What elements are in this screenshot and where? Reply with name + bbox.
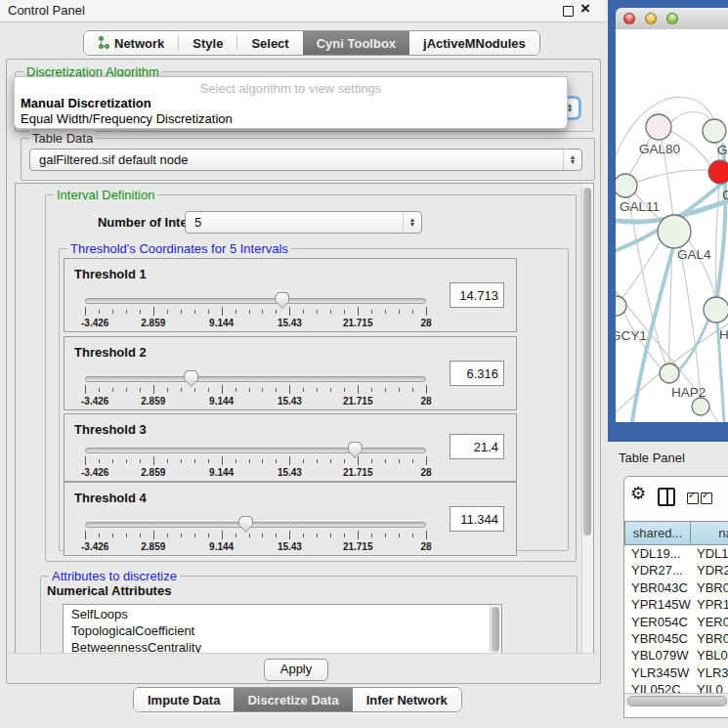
float-window-icon[interactable] [563, 6, 574, 17]
node-gal80 [646, 114, 671, 140]
table-row[interactable]: YBR045CYBR0 [624, 630, 728, 647]
threshold-3-slider[interactable]: -3.426 2.859 9.144 15.43 21.715 28 [85, 448, 426, 481]
checkbox-icon[interactable]: ✓ [701, 492, 712, 504]
columns-icon[interactable] [658, 488, 675, 506]
threshold-2-label: Threshold 2 [74, 345, 147, 360]
minimize-traffic-light-icon[interactable] [645, 13, 657, 24]
threshold-2-panel: Threshold 2 -3.426 2.859 9.144 15.43 21.… [64, 336, 517, 410]
table-row[interactable]: YDL19...YDL1 [624, 545, 728, 562]
table-data-group: Table Data galFiltered.sif default node … [21, 138, 595, 181]
slider-thumb[interactable] [238, 516, 253, 533]
popup-item-equal-width-frequency[interactable]: Equal Width/Frequency Discretization [21, 111, 233, 126]
slider-track[interactable] [85, 522, 426, 528]
threshold-4-slider[interactable]: -3.426 2.859 9.144 15.43 21.715 28 [85, 522, 426, 555]
table-data-title: Table Data [29, 131, 96, 146]
horizontal-scrollbar[interactable] [624, 693, 728, 707]
threshold-1-panel: Threshold 1 -3.426 2.859 9.144 15.43 21.… [64, 258, 517, 332]
vertical-scrollbar[interactable] [581, 184, 593, 655]
table-row[interactable]: YER054CYER0 [624, 614, 728, 630]
thresholds-group-title: Threshold's Coordinates for 5 Intervals [67, 241, 291, 256]
scrollbar-thumb[interactable] [492, 607, 499, 652]
table-row[interactable]: YDR27...YDR2 [624, 562, 728, 578]
popup-item-manual-discretization[interactable]: Manual Discretization [21, 96, 151, 110]
slider-thumb[interactable] [275, 292, 289, 309]
table-panel: ⚙ ✓ ✓ shared... na YDL19...YDL1 YDR27...… [623, 476, 728, 718]
combo-stepper-icon[interactable]: ▴▾ [563, 150, 581, 170]
table-panel-title: Table Panel [619, 450, 685, 465]
threshold-3-panel: Threshold 3 -3.426 2.859 9.144 15.43 21.… [64, 413, 517, 482]
apply-button[interactable]: Apply [264, 659, 328, 681]
threshold-4-label: Threshold 4 [74, 491, 147, 505]
network-window-titlebar[interactable] [616, 8, 728, 30]
table-row[interactable]: YBR043CYBR0 [624, 579, 728, 596]
network-icon [98, 36, 109, 50]
slider-tick-labels: -3.426 2.859 9.144 15.43 21.715 28 [85, 318, 426, 329]
slider-tick-labels: -3.426 2.859 9.144 15.43 21.715 28 [85, 541, 426, 553]
node-label: GAL80 [639, 142, 680, 156]
attributes-group: Attributes to discretize Numerical Attri… [40, 576, 578, 654]
threshold-4-panel: Threshold 4 -3.426 2.859 9.144 15.43 21.… [64, 482, 517, 556]
threshold-3-value-field[interactable]: 21.4 [450, 434, 504, 459]
zoom-traffic-light-icon[interactable] [666, 13, 678, 24]
scrollbar-thumb[interactable] [583, 188, 591, 535]
tab-infer-network[interactable]: Infer Network [353, 688, 461, 711]
popup-placeholder: Select algorithm to view settings [15, 81, 567, 96]
tab-discretize-data[interactable]: Discretize Data [234, 688, 352, 711]
threshold-1-slider[interactable]: -3.426 2.859 9.144 15.43 21.715 28 [85, 298, 426, 331]
slider-tick-labels: -3.426 2.859 9.144 15.43 21.715 28 [85, 467, 426, 479]
node-red [708, 160, 728, 184]
node-gal4 [658, 215, 691, 248]
table-header-row: shared... na [624, 521, 728, 545]
column-header-name[interactable]: na [691, 521, 728, 545]
tab-cyni-toolbox[interactable]: Cyni Toolbox [303, 31, 409, 55]
table-row[interactable]: YLR345WYLR3 [624, 664, 728, 681]
threshold-1-label: Threshold 1 [74, 267, 147, 281]
slider-ticks [85, 456, 426, 465]
node-label: GA [717, 143, 728, 157]
tab-style[interactable]: Style [179, 31, 236, 55]
slider-track[interactable] [85, 448, 426, 453]
list-item[interactable]: SelfLoops [71, 607, 128, 621]
table-data-combobox[interactable]: galFiltered.sif default node ▴▾ [29, 149, 582, 171]
slider-track[interactable] [85, 298, 426, 304]
node-label: GAL4 [677, 247, 711, 262]
threshold-3-label: Threshold 3 [74, 422, 147, 437]
slider-track[interactable] [85, 376, 426, 382]
slider-thumb[interactable] [184, 370, 198, 387]
column-header-shared-name[interactable]: shared... [624, 521, 691, 545]
node-hap2 [660, 364, 679, 383]
interval-definition-title: Interval Definition [54, 188, 157, 202]
table-row[interactable]: YIL052CYIL0 [624, 681, 728, 693]
tab-jactivemnodules[interactable]: jActiveMNodules [409, 31, 539, 55]
threshold-1-value-field[interactable]: 14.713 [450, 282, 504, 308]
combo-stepper-icon[interactable]: ▴▾ [403, 212, 421, 233]
table-row[interactable]: YPR145WYPR1 [624, 596, 728, 613]
network-canvas[interactable]: GAL80 GA C GAL11 GAL4 GCY1 H HAP2 [616, 29, 728, 422]
threshold-2-value-field[interactable]: 6.316 [450, 361, 504, 386]
numerical-attributes-list[interactable]: SelfLoops TopologicalCoefficient Between… [63, 604, 502, 657]
slider-thumb[interactable] [348, 442, 363, 458]
node-h [704, 297, 728, 322]
node-label: GCY1 [616, 328, 647, 343]
list-scrollbar[interactable] [490, 605, 501, 656]
algorithm-dropdown-popup: Select algorithm to view settings Manual… [14, 76, 568, 129]
close-traffic-light-icon[interactable] [623, 13, 635, 24]
scrollbar-thumb[interactable] [627, 696, 727, 707]
threshold-2-slider[interactable]: -3.426 2.859 9.144 15.43 21.715 28 [85, 376, 426, 409]
gear-icon[interactable]: ⚙ [630, 483, 646, 504]
list-item[interactable]: TopologicalCoefficient [71, 623, 194, 638]
control-panel: Control Panel × Network Style Select Cyn… [0, 0, 606, 728]
cyni-toolbox-panel: Discretization Algorithm ▴▾ Select algor… [6, 59, 601, 684]
network-graph: GAL80 GA C GAL11 GAL4 GCY1 H HAP2 [616, 29, 728, 422]
bottom-tab-bar: Impute Data Discretize Data Infer Networ… [133, 687, 462, 712]
checkbox-icon[interactable]: ✓ [687, 492, 699, 504]
node-gal11 [616, 174, 637, 197]
threshold-4-value-field[interactable]: 11.344 [450, 506, 504, 532]
tab-select[interactable]: Select [237, 31, 302, 55]
close-icon[interactable]: × [580, 0, 590, 19]
panel-title: Control Panel [8, 3, 85, 18]
number-of-intervals-combobox[interactable]: 5 ▴▾ [185, 211, 422, 234]
tab-impute-data[interactable]: Impute Data [134, 688, 234, 711]
tab-network[interactable]: Network [84, 31, 178, 55]
table-row[interactable]: YBL079WYBL0 [624, 647, 728, 664]
